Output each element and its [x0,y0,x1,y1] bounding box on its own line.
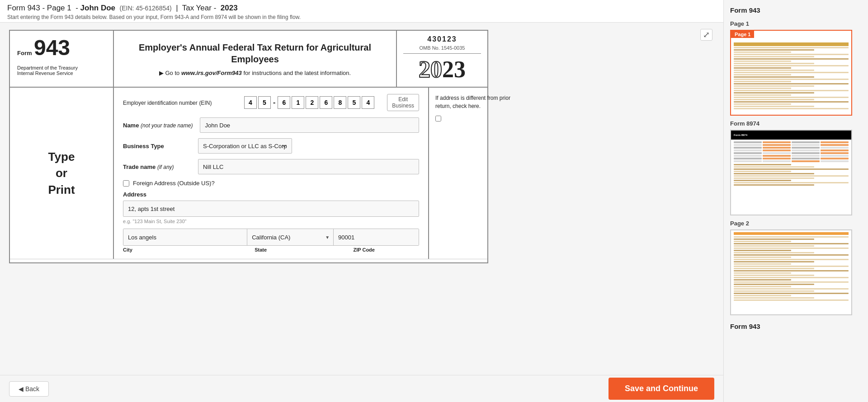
8974-body [731,140,851,188]
ein-digit-7: 8 [334,96,346,109]
edit-business-button[interactable]: Edit Business [387,94,419,111]
ein-digit-2: 5 [258,96,271,109]
business-type-select[interactable]: S-Corporation or LLC as S-Corp Sole Prop… [198,138,292,154]
ein-field-label: Employer identification number (EIN) [123,99,241,106]
form-prefix: Form [17,50,32,56]
header-subtitle: Start entering the Form 943 details belo… [7,14,716,20]
form-header: Form 943 Department of the Treasury Inte… [10,31,487,88]
sidebar-page2-label: Page 2 [730,220,862,227]
page2-thumb-content [731,230,851,314]
form-header-center: Employer's Annual Federal Tax Return for… [114,31,397,87]
ein-display: (EIN: 45-6126854) [120,5,172,12]
address-example: e.g. "123 Main St, Suite 230" [123,219,419,224]
ein-digit-6: 6 [320,96,332,109]
form-dept: Department of the Treasury Internal Reve… [17,65,106,76]
page1-thumb-content [731,41,851,115]
form-body-right: If address is different from prior retur… [429,88,519,259]
form-area: ⤢ Form 943 Department of the Treasury In… [0,23,723,375]
zip-input[interactable] [334,229,419,245]
ein-digit-8: 5 [348,96,360,109]
sidebar-page1-section: Page 1 Page 1 [730,20,862,116]
business-type-label: Business Type [123,143,191,150]
city-state-zip-section: California (CA) Alabama (AL) Alaska (AK)… [123,229,419,252]
trade-name-label: Trade name (if any) [123,164,191,170]
address-diff-check-row [435,116,513,122]
address-section-label: Address [123,191,419,198]
8974-header-bar: Form 8974 [731,131,851,140]
address-diff-checkbox[interactable] [435,116,441,122]
foreign-address-label[interactable]: Foreign Address (Outside US)? [133,180,215,187]
form-bottom-line [10,259,487,262]
form-instruction: ▶ Go to www.irs.gov/Form943 for instruct… [123,70,387,76]
state-label: State [255,247,353,252]
city-state-zip-row: California (CA) Alabama (AL) Alaska (AK)… [123,229,419,246]
ein-digit-1: 4 [244,96,257,109]
page1-thumb-label: Page 1 [731,31,754,38]
business-type-select-wrap: S-Corporation or LLC as S-Corp Sole Prop… [198,138,419,154]
right-sidebar: Form 943 Page 1 Page 1 [723,0,868,402]
form-number-big: 943 [34,36,70,60]
name-input[interactable] [200,117,419,133]
form-page-label: Form 943 - Page 1 [7,4,71,12]
header-title: Form 943 - Page 1 - John Doe (EIN: 45-61… [7,4,716,13]
year-solid-23: 23 [442,56,466,82]
type-print-label: TypeorPrint [48,149,75,198]
save-continue-button[interactable]: Save and Continue [609,378,714,400]
form-header-right: 430123 OMB No. 1545-0035 2023 [397,31,487,87]
dept-line2: Internal Revenue Service [17,70,106,76]
form-prefix-number: Form 943 [17,37,106,59]
sidebar-page1-label: Page 1 [730,20,862,27]
thumb-header-bar1 [734,42,849,46]
address-section: Address e.g. "123 Main St, Suite 230" [123,191,419,224]
year-outline-20: 20 [419,56,442,82]
sidebar-page1-thumb[interactable]: Page 1 [730,30,852,116]
city-input[interactable] [123,229,247,245]
sidebar-page2-section: Page 2 [730,220,862,315]
business-type-row: Business Type S-Corporation or LLC as S-… [123,138,419,154]
back-button[interactable]: ◀ Back [9,381,49,397]
expand-icon[interactable]: ⤢ [700,29,712,41]
main-content: Form 943 - Page 1 - John Doe (EIN: 45-61… [0,0,723,402]
footer-bar: ◀ Back Save and Continue [0,375,723,402]
foreign-address-checkbox[interactable] [123,180,129,187]
trade-name-input[interactable] [198,159,419,174]
address-input[interactable] [123,201,419,217]
sidebar-8974-section: Form 8974 Form 8974 [730,120,862,215]
omb-label: OMB No. 1545-0035 [403,45,481,54]
ein-digit-3: 6 [278,96,290,109]
name-row: Name (not your trade name) [123,117,419,133]
sidebar-title: Form 943 [730,6,862,14]
form-header-left: Form 943 Department of the Treasury Inte… [10,31,114,87]
sidebar-page2-thumb[interactable] [730,229,852,315]
zip-label: ZIP Code [353,247,419,252]
year-big: 2023 [403,56,481,82]
trade-name-row: Trade name (if any) [123,159,419,174]
tax-year-label: Tax Year - [182,4,217,12]
form-card: Form 943 Department of the Treasury Inte… [9,30,488,263]
ein-row: Employer identification number (EIN) 4 5… [123,94,419,111]
ein-digit-5: 2 [306,96,318,109]
state-select[interactable]: California (CA) Alabama (AL) Alaska (AK)… [247,229,333,245]
address-diff-text: If address is different from prior retur… [435,94,513,110]
dept-line1: Department of the Treasury [17,65,106,70]
8974-header-text: Form 8974 [734,134,747,136]
ein-digit-9: 4 [362,96,374,109]
ein-digit-4: 1 [292,96,304,109]
foreign-address-row: Foreign Address (Outside US)? [123,180,419,187]
sidebar-8974-thumb[interactable]: Form 8974 [730,130,852,215]
city-label: City [123,247,255,252]
taxpayer-name: John Doe [80,4,115,12]
sidebar-8974-label: Form 8974 [730,120,862,127]
header-bar: Form 943 - Page 1 - John Doe (EIN: 45-61… [0,0,723,23]
ein-boxes: 4 5 - 6 1 2 6 8 5 4 [244,96,374,109]
form-main-title: Employer's Annual Federal Tax Return for… [123,42,387,65]
form-body-center: Employer identification number (EIN) 4 5… [114,88,429,259]
state-select-wrap: California (CA) Alabama (AL) Alaska (AK)… [247,229,334,245]
ein-dash: - [272,98,276,107]
omb-number: 430123 [403,35,481,43]
tax-year: 2023 [221,4,238,12]
city-state-zip-labels: City State ZIP Code [123,247,419,252]
form-body-left: TypeorPrint [10,88,114,259]
name-field-label: Name (not your trade name) [123,122,193,129]
sidebar-bottom-label: Form 943 [730,323,862,330]
